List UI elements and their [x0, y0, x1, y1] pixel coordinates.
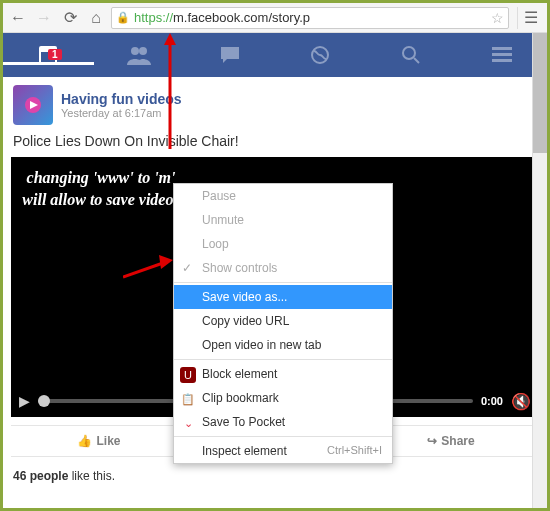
svg-rect-7 [492, 53, 512, 56]
url-protocol: https:// [134, 10, 173, 25]
menu-show-controls[interactable]: ✓Show controls [174, 256, 392, 280]
menu-unmute[interactable]: Unmute [174, 208, 392, 232]
like-button[interactable]: 👍Like [11, 426, 187, 456]
browser-menu-button[interactable]: ☰ [517, 7, 543, 29]
notification-badge: 1 [48, 49, 62, 60]
like-label: Like [96, 434, 120, 448]
likes-suffix: like this. [68, 469, 115, 483]
svg-point-2 [131, 47, 139, 55]
pocket-icon: ⌄ [180, 415, 196, 431]
menu-clip-bookmark[interactable]: 📋Clip bookmark [174, 386, 392, 410]
check-icon: ✓ [182, 261, 192, 275]
home-button[interactable]: ⌂ [85, 7, 107, 29]
forward-button[interactable]: → [33, 7, 55, 29]
mute-button[interactable]: 🔇 [511, 392, 531, 411]
menu-show-controls-label: Show controls [202, 261, 277, 275]
friends-tab[interactable] [94, 45, 185, 65]
facebook-header: 1 [3, 33, 547, 77]
menu-copy-video-url[interactable]: Copy video URL [174, 309, 392, 333]
address-bar[interactable]: 🔒 https://m.facebook.com/story.p ☆ [111, 7, 509, 29]
url-host: m.facebook.com [173, 10, 268, 25]
menu-separator [174, 359, 392, 360]
post-header: Having fun videos Yesterday at 6:17am [3, 77, 547, 133]
ublock-icon: U [180, 367, 196, 383]
likes-number: 46 people [13, 469, 68, 483]
browser-toolbar: ← → ⟳ ⌂ 🔒 https://m.facebook.com/story.p… [3, 3, 547, 33]
news-feed-tab[interactable]: 1 [3, 45, 94, 65]
menu-save-video-as[interactable]: Save video as... [174, 285, 392, 309]
messages-tab[interactable] [184, 45, 275, 65]
post-text: Police Lies Down On Invisible Chair! [3, 133, 547, 157]
clip-icon: 📋 [180, 391, 196, 407]
progress-handle[interactable] [38, 395, 50, 407]
menu-inspect-label: Inspect element [202, 444, 287, 458]
menu-clip-label: Clip bookmark [202, 391, 279, 405]
like-icon: 👍 [77, 434, 92, 448]
page-avatar[interactable] [13, 85, 53, 125]
share-label: Share [441, 434, 474, 448]
scrollbar[interactable] [532, 33, 547, 508]
menu-pause[interactable]: Pause [174, 184, 392, 208]
menu-loop[interactable]: Loop [174, 232, 392, 256]
post-timestamp[interactable]: Yesterday at 6:17am [61, 107, 537, 119]
bookmark-star-icon[interactable]: ☆ [491, 10, 504, 26]
svg-rect-8 [492, 59, 512, 62]
context-menu: Pause Unmute Loop ✓Show controls Save vi… [173, 183, 393, 464]
menu-block-label: Block element [202, 367, 277, 381]
page-name-link[interactable]: Having fun videos [61, 91, 537, 107]
video-time: 0:00 [481, 395, 503, 407]
menu-pocket-label: Save To Pocket [202, 415, 285, 429]
svg-rect-6 [492, 47, 512, 50]
menu-save-to-pocket[interactable]: ⌄Save To Pocket [174, 410, 392, 434]
notifications-tab[interactable] [275, 45, 366, 65]
lock-icon: 🔒 [116, 11, 130, 24]
reload-button[interactable]: ⟳ [59, 7, 81, 29]
share-icon: ↪ [427, 434, 437, 448]
menu-open-new-tab[interactable]: Open video in new tab [174, 333, 392, 357]
svg-point-3 [139, 47, 147, 55]
back-button[interactable]: ← [7, 7, 29, 29]
annotation-text: changing 'www' to 'm' will allow to save… [21, 167, 181, 212]
menu-separator [174, 436, 392, 437]
inspect-shortcut: Ctrl+Shift+I [327, 444, 382, 456]
search-tab[interactable] [366, 45, 457, 65]
play-button[interactable]: ▶ [19, 393, 30, 409]
url-path: /story.p [268, 10, 310, 25]
scrollbar-thumb[interactable] [533, 33, 547, 153]
svg-point-5 [403, 47, 415, 59]
menu-block-element[interactable]: UBlock element [174, 362, 392, 386]
menu-separator [174, 282, 392, 283]
likes-count[interactable]: 46 people like this. [3, 465, 547, 487]
menu-inspect-element[interactable]: Inspect elementCtrl+Shift+I [174, 439, 392, 463]
